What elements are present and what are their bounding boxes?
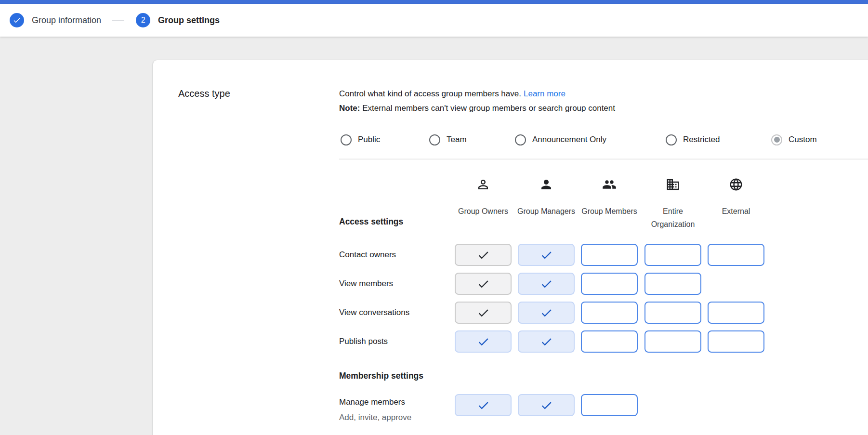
column-label-entire-organization: Entire Organization (642, 205, 704, 231)
column-label-group-members: Group Members (578, 205, 641, 218)
check-icon (540, 335, 553, 348)
row-label-view-conversations: View conversations (339, 308, 409, 317)
screen: Group information 2 Group settings Acces… (0, 0, 868, 435)
check-icon (477, 249, 490, 262)
row-label-manage-members: Manage members (339, 397, 405, 407)
access-settings-label: Access settings (339, 217, 403, 227)
access-type-description: Control what kind of access group member… (339, 89, 566, 99)
page-background: Access type Control what kind of access … (0, 37, 868, 435)
column-label-group-managers: Group Managers (515, 205, 578, 218)
cell-manage-members-group-owners[interactable] (455, 394, 512, 416)
cell-view-members-group-members[interactable] (581, 273, 638, 295)
cell-publish-posts-external[interactable] (708, 330, 764, 353)
cell-contact-owners-group-members[interactable] (581, 244, 638, 266)
check-icon (477, 335, 490, 348)
people-icon (602, 177, 617, 192)
radio-team[interactable]: Team (429, 132, 467, 147)
cell-view-members-entire-organization[interactable] (644, 273, 701, 295)
learn-more-link[interactable]: Learn more (524, 89, 566, 98)
cell-contact-owners-group-owners (455, 244, 512, 266)
step-label-group-information: Group information (32, 15, 101, 26)
radio-unselected-icon (666, 134, 677, 145)
cell-manage-members-group-members[interactable] (581, 394, 638, 416)
row-label-contact-owners: Contact owners (339, 250, 396, 260)
cell-view-conversations-group-members[interactable] (581, 302, 638, 324)
row-label-publish-posts: Publish posts (339, 337, 388, 346)
column-label-external: External (705, 205, 767, 218)
cell-publish-posts-group-owners[interactable] (455, 330, 512, 353)
radio-label: Custom (789, 135, 817, 145)
check-icon (540, 306, 553, 319)
check-icon (477, 399, 490, 412)
cell-view-conversations-group-managers[interactable] (518, 302, 575, 324)
access-type-title: Access type (178, 88, 230, 99)
access-type-note: Note: External members can't view group … (339, 104, 615, 113)
step-group-settings[interactable]: 2 Group settings (136, 13, 220, 27)
section-divider (339, 158, 868, 160)
building-icon (666, 177, 680, 192)
step-connector (112, 20, 124, 21)
step-label-group-settings: Group settings (158, 15, 220, 26)
radio-unselected-icon (341, 134, 352, 145)
row-sublabel-manage-members: Add, invite, approve (339, 413, 411, 422)
check-icon (540, 399, 553, 412)
radio-dot (774, 137, 780, 143)
radio-label: Team (447, 135, 467, 145)
radio-label: Public (358, 135, 380, 145)
cell-publish-posts-group-managers[interactable] (518, 330, 575, 353)
person-icon (539, 177, 553, 192)
radio-announcement-only[interactable]: Announcement Only (515, 132, 606, 147)
cell-publish-posts-group-members[interactable] (581, 330, 638, 353)
step-number-badge: 2 (136, 13, 150, 27)
note-label: Note: (339, 104, 360, 113)
check-icon (540, 249, 553, 262)
cell-contact-owners-external[interactable] (708, 244, 764, 266)
check-icon (477, 306, 490, 319)
cell-view-members-group-owners (455, 273, 512, 295)
note-text: External members can't view group member… (360, 104, 615, 113)
cell-manage-members-group-managers[interactable] (518, 394, 575, 416)
cell-contact-owners-entire-organization[interactable] (644, 244, 701, 266)
radio-public[interactable]: Public (341, 132, 380, 147)
top-accent-bar (0, 0, 868, 4)
radio-unselected-icon (429, 134, 440, 145)
check-icon (540, 277, 553, 290)
radio-label: Restricted (683, 135, 720, 145)
radio-label: Announcement Only (532, 135, 606, 145)
column-label-group-owners: Group Owners (452, 205, 514, 218)
row-label-view-members: View members (339, 279, 393, 289)
radio-custom[interactable]: Custom (771, 132, 817, 147)
cell-view-members-group-managers[interactable] (518, 273, 575, 295)
radio-restricted[interactable]: Restricted (666, 132, 720, 147)
cell-view-conversations-group-owners (455, 302, 512, 324)
person-outline-icon (476, 177, 490, 192)
group-settings-card: Access type Control what kind of access … (153, 60, 868, 435)
globe-icon (729, 177, 743, 192)
radio-unselected-icon (515, 134, 526, 145)
membership-settings-label: Membership settings (339, 371, 423, 381)
step-complete-check-icon (10, 13, 24, 27)
cell-contact-owners-group-managers[interactable] (518, 244, 575, 266)
description-text: Control what kind of access group member… (339, 89, 521, 98)
radio-selected-icon (771, 134, 782, 145)
cell-view-conversations-external[interactable] (708, 302, 764, 324)
check-icon (477, 277, 490, 290)
step-group-information[interactable]: Group information (10, 13, 101, 27)
cell-publish-posts-entire-organization[interactable] (644, 330, 701, 353)
stepper-header: Group information 2 Group settings (0, 4, 868, 37)
cell-view-conversations-entire-organization[interactable] (644, 302, 701, 324)
